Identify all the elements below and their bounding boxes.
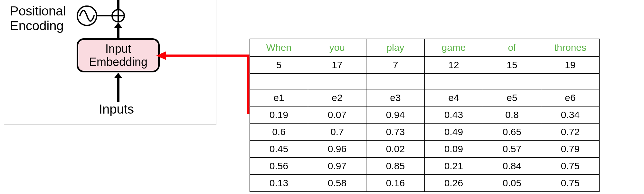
inputs-label: Inputs: [99, 102, 134, 116]
table-row-spacer: [250, 74, 600, 89]
positional-encoding-label: Positional Encoding: [10, 4, 66, 33]
figure-root: Positional Encoding Input Embedding: [0, 0, 644, 194]
embval-cell: 0.05: [483, 175, 541, 192]
token-cell: thrones: [541, 39, 600, 57]
embval-cell: 0.07: [308, 106, 366, 124]
embval-cell: 0.43: [425, 106, 483, 124]
embval-cell: 0.94: [366, 106, 425, 124]
output-line: [117, 0, 119, 9]
pe-to-sum-line: [97, 15, 111, 16]
sine-icon: [77, 5, 97, 26]
table-row-emb-values: 0.6 0.7 0.73 0.49 0.65 0.72: [250, 124, 600, 141]
token-cell: game: [425, 39, 483, 57]
embval-cell: 0.49: [425, 124, 483, 141]
embval-cell: 0.73: [366, 124, 425, 141]
embval-cell: 0.16: [366, 175, 425, 192]
token-cell: When: [250, 39, 308, 57]
tokenid-cell: 5: [250, 57, 308, 74]
embval-cell: 0.8: [483, 106, 541, 124]
embval-cell: 0.84: [483, 158, 541, 175]
embval-cell: 0.72: [541, 124, 600, 141]
embval-cell: 0.09: [425, 141, 483, 158]
embval-cell: 0.75: [541, 158, 600, 175]
embval-cell: 0.26: [425, 175, 483, 192]
embname-cell: e3: [366, 89, 425, 106]
embedding-label-line1: Input: [105, 42, 131, 55]
embval-cell: 0.45: [250, 141, 308, 158]
embval-cell: 0.6: [250, 124, 308, 141]
embval-cell: 0.75: [541, 175, 600, 192]
embval-cell: 0.65: [483, 124, 541, 141]
pe-label-line1: Positional: [10, 4, 66, 18]
tokenid-cell: 17: [308, 57, 366, 74]
token-cell: you: [308, 39, 366, 57]
embval-cell: 0.58: [308, 175, 366, 192]
diagram-panel: Positional Encoding Input Embedding: [4, 0, 216, 125]
table-row-emb-values: 0.19 0.07 0.94 0.43 0.8 0.34: [250, 106, 600, 124]
svg-marker-3: [114, 73, 122, 78]
oplus-icon: [111, 9, 125, 23]
token-cell: of: [483, 39, 541, 57]
embval-cell: 0.56: [250, 158, 308, 175]
input-embedding-block: Input Embedding: [77, 38, 160, 72]
table-row-emb-values: 0.45 0.96 0.02 0.09 0.57 0.79: [250, 141, 600, 158]
tokenid-cell: 15: [483, 57, 541, 74]
embval-cell: 0.79: [541, 141, 600, 158]
embval-cell: 0.96: [308, 141, 366, 158]
table-row-token-ids: 5 17 7 12 15 19: [250, 57, 600, 74]
embval-cell: 0.97: [308, 158, 366, 175]
embedding-table: When you play game of thrones 5 17 7 12 …: [250, 39, 600, 192]
embedding-label-line2: Embedding: [89, 55, 147, 69]
embval-cell: 0.34: [541, 106, 600, 124]
tokenid-cell: 19: [541, 57, 600, 74]
tokenid-cell: 7: [366, 57, 425, 74]
embname-cell: e4: [425, 89, 483, 106]
embval-cell: 0.13: [250, 175, 308, 192]
tokenid-cell: 12: [425, 57, 483, 74]
pe-label-line2: Encoding: [10, 19, 64, 33]
embval-cell: 0.85: [366, 158, 425, 175]
table-row-emb-values: 0.13 0.58 0.16 0.26 0.05 0.75: [250, 175, 600, 192]
embval-cell: 0.02: [366, 141, 425, 158]
embval-cell: 0.19: [250, 106, 308, 124]
table-row-emb-values: 0.56 0.97 0.85 0.21 0.84 0.75: [250, 158, 600, 175]
table-row-emb-names: e1 e2 e3 e4 e5 e6: [250, 89, 600, 106]
embname-cell: e5: [483, 89, 541, 106]
embval-cell: 0.21: [425, 158, 483, 175]
embval-cell: 0.57: [483, 141, 541, 158]
svg-marker-1: [114, 23, 122, 28]
embname-cell: e6: [541, 89, 600, 106]
table-row-tokens: When you play game of thrones: [250, 39, 600, 57]
embname-cell: e1: [250, 89, 308, 106]
embval-cell: 0.7: [308, 124, 366, 141]
token-cell: play: [366, 39, 425, 57]
embname-cell: e2: [308, 89, 366, 106]
